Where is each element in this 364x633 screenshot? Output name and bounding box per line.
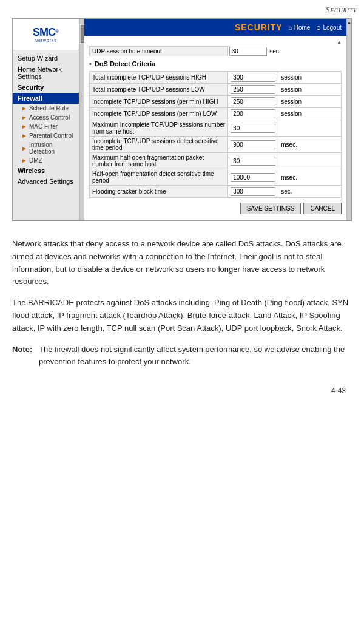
body-paragraph-1: Network attacks that deny access to a ne… xyxy=(12,238,352,288)
settings-input-4[interactable] xyxy=(231,124,275,133)
smc-networks-text: Networks xyxy=(35,38,57,42)
sidebar-item-firewall[interactable]: Firewall xyxy=(13,93,79,104)
settings-label-0: Total incomplete TCP/UDP sessions HIGH xyxy=(90,72,228,84)
session-timeout-input[interactable] xyxy=(229,47,267,56)
sidebar-item-security[interactable]: Security xyxy=(13,82,79,93)
settings-row-2: Incomplete TCP/UDP sessions (per min) HI… xyxy=(90,96,342,108)
settings-input-2[interactable] xyxy=(231,97,275,106)
session-timeout-row: UDP session hole timeout sec. xyxy=(89,46,342,56)
settings-input-0[interactable] xyxy=(231,73,275,82)
scroll-top-arrow: ▲ xyxy=(347,20,352,25)
settings-unit-0: session xyxy=(278,72,342,84)
settings-row-5: Incomplete TCP/UDP sessions detect sensi… xyxy=(90,137,342,153)
settings-row-6: Maximum half-open fragmentation packet n… xyxy=(90,153,342,169)
header-bar: SECURITY ⌂ Home ➲ Logout xyxy=(84,19,346,36)
button-row: SAVE SETTINGS CANCEL xyxy=(89,203,342,217)
settings-label-1: Total incomplete TCP/UDP sessions LOW xyxy=(90,84,228,96)
settings-row-7: Half-open fragmentation detect sensitive… xyxy=(90,169,342,186)
settings-input-1[interactable] xyxy=(231,85,275,94)
settings-unit-7: msec. xyxy=(278,169,342,186)
settings-label-3: Incomplete TCP/UDP sessions (per min) LO… xyxy=(90,108,228,120)
smc-logo: SMC® Networks xyxy=(33,27,59,42)
sidebar-item-intrusion-detection[interactable]: ► Intrusion Detection xyxy=(13,140,79,156)
body-paragraph-2: The BARRICADE protects against DoS attac… xyxy=(12,297,352,334)
settings-unit-4 xyxy=(278,120,342,137)
smc-reg-mark: ® xyxy=(55,29,59,34)
bullet-icon: ► xyxy=(21,114,27,121)
settings-label-8: Flooding cracker block time xyxy=(90,186,228,198)
bullet-icon: ► xyxy=(21,157,27,164)
bullet-icon: ► xyxy=(21,123,27,130)
smc-logo-text: SMC xyxy=(33,26,55,38)
sidebar-item-access-control[interactable]: ► Access Control xyxy=(13,113,79,122)
content-inner: ▲ UDP session hole timeout sec. • DoS De… xyxy=(84,36,346,220)
settings-unit-1: session xyxy=(278,84,342,96)
sidebar-item-home-network[interactable]: Home Network Settings xyxy=(13,64,79,82)
settings-unit-6 xyxy=(278,153,342,169)
bullet-icon: ► xyxy=(21,132,27,139)
body-text: Network attacks that deny access to a ne… xyxy=(12,238,352,368)
settings-table: Total incomplete TCP/UDP sessions HIGHse… xyxy=(89,71,342,198)
home-link-label: Home xyxy=(294,24,311,31)
note-label: Note: xyxy=(12,344,34,369)
sidebar-item-mac-filter[interactable]: ► MAC Filter xyxy=(13,122,79,131)
settings-input-7[interactable] xyxy=(231,173,275,182)
settings-row-3: Incomplete TCP/UDP sessions (per min) LO… xyxy=(90,108,342,120)
settings-input-6[interactable] xyxy=(231,157,275,166)
content-area: SECURITY ⌂ Home ➲ Logout xyxy=(84,19,346,220)
settings-label-4: Maximum incomplete TCP/UDP sessions numb… xyxy=(90,120,228,137)
settings-row-1: Total incomplete TCP/UDP sessions LOWses… xyxy=(90,84,342,96)
settings-input-5[interactable] xyxy=(231,140,275,149)
scroll-thumb xyxy=(81,25,84,43)
note-block: Note: The firewall does not significantl… xyxy=(12,344,352,369)
settings-unit-3: session xyxy=(278,108,342,120)
page-number: 4-43 xyxy=(12,387,352,395)
dos-criteria-label: DoS Detect Criteria xyxy=(95,60,155,67)
header-nav: ⌂ Home ➲ Logout xyxy=(289,24,342,31)
settings-input-8[interactable] xyxy=(231,187,275,196)
content-scrollbar[interactable]: ▲ xyxy=(346,19,351,220)
bullet-icon: ► xyxy=(21,105,27,112)
settings-input-3[interactable] xyxy=(231,109,275,118)
home-icon: ⌂ xyxy=(289,24,292,31)
header-security-label: SECURITY xyxy=(235,22,283,32)
settings-row-0: Total incomplete TCP/UDP sessions HIGHse… xyxy=(90,72,342,84)
sidebar-item-schedule-rule[interactable]: ► Schedule Rule xyxy=(13,104,79,113)
bullet-icon: ► xyxy=(21,145,27,152)
sidebar-item-wireless[interactable]: Wireless xyxy=(13,165,79,176)
dos-bullet: • xyxy=(89,60,92,67)
sidebar-item-advanced-settings[interactable]: Advanced Settings xyxy=(13,176,79,187)
scroll-up-arrow: ▲ xyxy=(337,39,342,45)
sidebar-scrollbar[interactable] xyxy=(79,19,84,220)
settings-label-5: Incomplete TCP/UDP sessions detect sensi… xyxy=(90,137,228,153)
sidebar: SMC® Networks Setup Wizard Home Network … xyxy=(13,19,79,220)
session-timeout-label: UDP session hole timeout xyxy=(89,46,228,56)
logout-icon: ➲ xyxy=(316,24,321,31)
session-timeout-unit: sec. xyxy=(269,48,280,55)
page-title-top: Security xyxy=(326,5,357,15)
logout-link[interactable]: ➲ Logout xyxy=(316,24,342,31)
settings-unit-5: msec. xyxy=(278,137,342,153)
settings-row-4: Maximum incomplete TCP/UDP sessions numb… xyxy=(90,120,342,137)
sidebar-item-dmz[interactable]: ► DMZ xyxy=(13,156,79,165)
logout-link-label: Logout xyxy=(323,24,342,31)
logo-area: SMC® Networks xyxy=(13,19,79,50)
settings-unit-2: session xyxy=(278,96,342,108)
dos-header: • DoS Detect Criteria xyxy=(89,60,342,67)
settings-row-8: Flooding cracker block timesec. xyxy=(90,186,342,198)
note-text: The firewall does not significantly affe… xyxy=(39,344,352,369)
settings-unit-8: sec. xyxy=(278,186,342,198)
settings-label-6: Maximum half-open fragmentation packet n… xyxy=(90,153,228,169)
scroll-indicator: ▲ xyxy=(89,39,342,45)
save-settings-button[interactable]: SAVE SETTINGS xyxy=(240,203,302,214)
sidebar-nav: Setup Wizard Home Network Settings Secur… xyxy=(13,50,79,189)
sidebar-item-setup-wizard[interactable]: Setup Wizard xyxy=(13,53,79,64)
settings-label-7: Half-open fragmentation detect sensitive… xyxy=(90,169,228,186)
cancel-button[interactable]: CANCEL xyxy=(303,203,342,214)
header-right: SECURITY ⌂ Home ➲ Logout xyxy=(235,22,342,32)
home-link[interactable]: ⌂ Home xyxy=(289,24,311,31)
sidebar-item-parental-control[interactable]: ► Parental Control xyxy=(13,131,79,140)
settings-label-2: Incomplete TCP/UDP sessions (per min) HI… xyxy=(90,96,228,108)
